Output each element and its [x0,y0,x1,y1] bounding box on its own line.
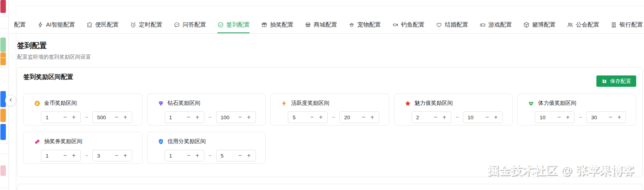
increase-button[interactable]: + [246,114,252,120]
reward-min-input[interactable] [165,153,186,159]
menu-icon-pink[interactable] [0,165,6,176]
floppy-disk-icon [601,78,607,84]
reward-min-input[interactable] [412,115,433,120]
diamond-icon [158,100,164,107]
reward-max-stepper: −+ [92,111,132,123]
svg-text:B: B [36,101,38,105]
increase-button[interactable]: + [71,152,77,159]
watermark: 掘金技术社区 @ 张苹果博客 [488,163,635,179]
tab-game[interactable]: 游戏配置 [479,16,512,33]
tab-fishing[interactable]: 钓鱼配置 [392,16,424,33]
decrease-button[interactable]: − [309,114,315,120]
menu-icon-blue-2[interactable] [0,124,6,140]
reward-max-stepper: −+ [92,150,132,161]
star-icon [404,100,411,107]
tab-ai[interactable]: AI智能配置 [37,16,75,33]
reward-max-input[interactable] [93,115,114,120]
page-title: 签到配置 [17,41,47,51]
decrease-button[interactable]: − [114,114,120,120]
reward-max-input[interactable] [216,115,237,120]
lightning-icon [281,100,287,107]
tab-lottery[interactable]: 抽奖配置 [261,16,293,33]
increase-button[interactable]: + [441,114,447,120]
storefront-icon [305,22,311,28]
decrease-button[interactable]: − [114,152,120,159]
tab-qa[interactable]: 问答配置 [174,16,206,33]
reward-min-stepper: −+ [41,150,81,161]
tab-gambling[interactable]: 赌博配置 [523,16,555,33]
decrease-button[interactable]: − [62,114,68,120]
range-separator: ~ [575,114,586,120]
tab-signin[interactable]: 签到配置 [217,16,250,33]
increase-button[interactable]: + [565,114,571,120]
increase-button[interactable]: + [194,152,200,159]
increase-button[interactable]: + [616,114,623,120]
decrease-button[interactable]: − [237,152,243,159]
reward-max-input[interactable] [216,153,237,159]
increase-button[interactable]: + [122,152,129,159]
tab-label: 商城配置 [314,21,337,29]
dice-cube-icon [523,22,530,28]
reward-max-input[interactable] [93,153,114,159]
reward-min-input[interactable] [535,115,556,120]
tab-label: 宠物配置 [357,21,381,29]
panel-title: 签到奖励区间配置 [23,73,73,81]
tab-label: 抽奖配置 [270,21,293,29]
reward-min-input[interactable] [41,153,62,159]
increase-button[interactable]: + [194,114,200,120]
reward-card-stamina: 体力值奖励区间−+~−+ [517,93,636,125]
reward-max-input[interactable] [587,115,607,120]
tab-marriage[interactable]: 结婚配置 [436,16,468,33]
decrease-button[interactable]: − [556,114,562,120]
reward-min-stepper: −+ [165,150,204,161]
reward-min-input[interactable] [288,115,309,120]
tab-label: AI智能配置 [46,21,75,29]
menu-icon-green[interactable] [0,38,6,52]
tab-label: 定时配置 [139,21,162,29]
increase-button[interactable]: + [246,152,252,159]
increase-button[interactable]: + [318,114,324,120]
decrease-button[interactable]: − [186,152,192,159]
tab-mall[interactable]: 商城配置 [305,16,337,33]
menu-icon-orange[interactable] [0,52,6,65]
range-separator: ~ [204,114,216,120]
tab-pet[interactable]: 宠物配置 [348,16,381,33]
decrease-button[interactable]: − [484,114,490,120]
reward-max-stepper: −+ [463,111,503,123]
reward-card-gold-coin: B金币奖励区间−+~−+ [23,93,142,125]
decrease-button[interactable]: − [607,114,614,120]
tab-timer[interactable]: 定时配置 [130,16,162,33]
reward-max-input[interactable] [463,115,484,120]
tab-label: 公会配置 [576,21,599,29]
menu-icon-red[interactable] [0,0,6,13]
reward-max-input[interactable] [340,115,360,120]
increase-button[interactable]: + [122,114,129,120]
puzzle-icon [86,22,93,28]
menu-icon-orange-2[interactable] [0,109,6,122]
increase-button[interactable]: + [71,114,77,120]
chat-bubble-icon [174,22,180,28]
decrease-button[interactable]: − [237,114,243,120]
reward-label-text: 信用分奖励区间 [168,138,206,145]
tab-label: 结婚配置 [445,21,468,29]
save-config-button[interactable]: 保存配置 [596,75,636,87]
decrease-button[interactable]: − [62,152,68,159]
decrease-button[interactable]: − [186,114,192,120]
reward-min-input[interactable] [165,115,186,120]
tab-bank[interactable]: 银行配置 [610,16,643,33]
reward-label-text: 魅力值奖励区间 [415,100,453,107]
decrease-button[interactable]: − [433,114,439,120]
increase-button[interactable]: + [369,114,376,120]
save-button-label: 保存配置 [610,78,631,85]
gift-icon [261,22,268,28]
increase-button[interactable]: + [493,114,499,120]
sidebar-menu-divider [0,16,9,17]
range-separator: ~ [204,152,216,159]
reward-min-input[interactable] [41,115,62,120]
reward-card-activity: 活跃度奖励区间−+~−+ [270,93,389,125]
sidebar-collapse-button[interactable] [5,95,16,106]
tab-config-partial[interactable]: 配置 [14,16,26,33]
tab-guild[interactable]: 公会配置 [567,16,599,33]
tab-convenience[interactable]: 便民配置 [86,16,119,33]
decrease-button[interactable]: − [360,114,367,120]
